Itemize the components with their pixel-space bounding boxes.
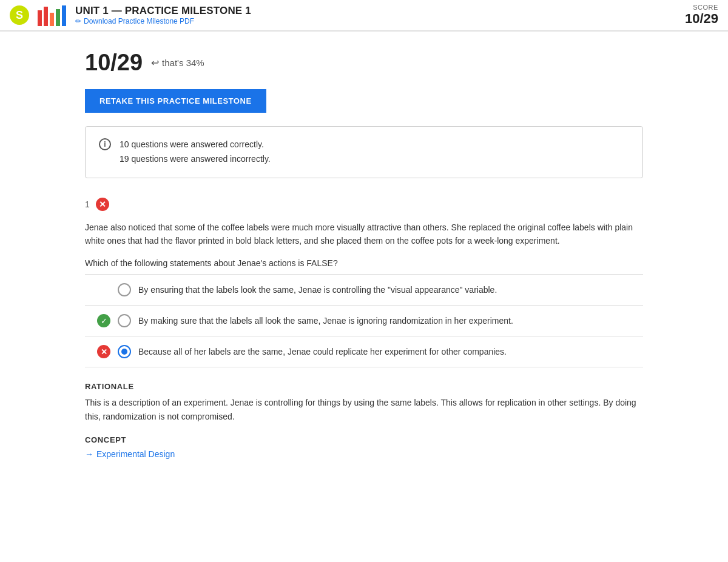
pdf-download-link[interactable]: ✏ Download Practice Milestone PDF — [75, 17, 670, 25]
answer-text-a: By ensuring that the labels look the sam… — [138, 284, 497, 296]
info-text: 10 questions were answered correctly. 19… — [120, 138, 271, 167]
score-label: SCORE — [670, 4, 718, 11]
answer-option-b[interactable]: ✓ By making sure that the labels all loo… — [85, 306, 643, 336]
rationale-section: RATIONALE This is a description of an ex… — [85, 382, 643, 459]
answer-option-c[interactable]: ✕ Because all of her labels are the same… — [85, 336, 643, 367]
rationale-label: RATIONALE — [85, 382, 643, 391]
answer-option-a[interactable]: By ensuring that the labels look the sam… — [85, 275, 643, 306]
radio-b[interactable] — [118, 314, 131, 327]
arrow-icon: ↩ — [151, 57, 159, 69]
answer-text-b: By making sure that the labels all look … — [138, 315, 513, 327]
page-header: S UNIT 1 — PRACTICE MILESTONE 1 ✏ Downlo… — [0, 0, 728, 32]
rationale-text: This is a description of an experiment. … — [85, 396, 643, 423]
svg-rect-3 — [56, 9, 60, 26]
answer-options: By ensuring that the labels look the sam… — [85, 274, 643, 367]
retake-button[interactable]: RETAKE THIS PRACTICE MILESTONE — [85, 89, 266, 113]
correct-count-text: 10 questions were answered correctly. — [120, 138, 271, 152]
radio-a[interactable] — [118, 283, 131, 296]
page-title: UNIT 1 — PRACTICE MILESTONE 1 — [75, 5, 670, 17]
header-title-block: UNIT 1 — PRACTICE MILESTONE 1 ✏ Download… — [75, 5, 670, 25]
question-prompt: Which of the following statements about … — [85, 258, 643, 268]
score-display: 10/29 ↩ that's 34% — [85, 50, 643, 76]
indicator-a — [97, 283, 110, 296]
incorrect-count-text: 19 questions were answered incorrectly. — [120, 152, 271, 167]
question-wrong-icon: ✕ — [96, 198, 109, 211]
question-block: 1 ✕ Jenae also noticed that some of the … — [85, 198, 643, 460]
app-logo: S — [10, 5, 29, 25]
question-number-row: 1 ✕ — [85, 198, 643, 211]
download-icon: ✏ — [75, 17, 81, 25]
wrong-x-c: ✕ — [97, 345, 110, 358]
question-number: 1 — [85, 199, 90, 209]
info-icon: i — [99, 138, 111, 150]
correct-check-b: ✓ — [97, 314, 110, 327]
score-percent: ↩ that's 34% — [151, 57, 204, 69]
svg-rect-4 — [62, 5, 66, 26]
header-score-block: SCORE 10/29 — [670, 4, 718, 27]
radio-c-selected[interactable] — [118, 345, 131, 358]
header-score-value: 10/29 — [670, 11, 718, 27]
concept-arrow-icon: → — [85, 449, 93, 459]
concept-label: CONCEPT — [85, 435, 643, 444]
answer-text-c: Because all of her labels are the same, … — [138, 346, 507, 358]
main-content: 10/29 ↩ that's 34% RETAKE THIS PRACTICE … — [73, 32, 655, 513]
svg-rect-1 — [44, 7, 48, 26]
unit-chart-icon — [36, 4, 67, 26]
question-passage: Jenae also noticed that some of the coff… — [85, 221, 643, 248]
concept-link[interactable]: → Experimental Design — [85, 449, 643, 459]
score-fraction: 10/29 — [85, 50, 143, 76]
svg-rect-0 — [38, 10, 42, 26]
svg-rect-2 — [50, 13, 54, 26]
info-box: i 10 questions were answered correctly. … — [85, 126, 643, 178]
